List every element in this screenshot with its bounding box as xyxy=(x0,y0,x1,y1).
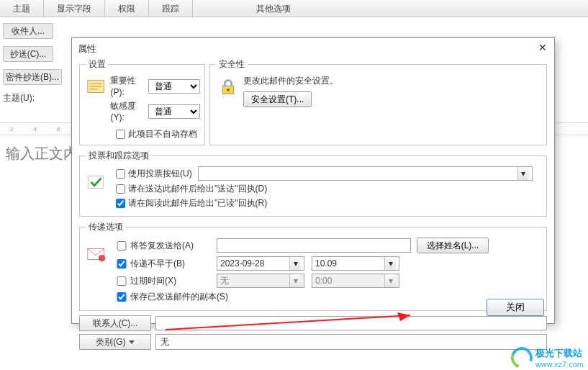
properties-dialog: 属性 ✕ 设置 重要性(P): 普通 xyxy=(71,37,555,324)
delivery-receipt-label: 请在送达此邮件后给出"送达"回执(D) xyxy=(128,183,267,195)
settings-legend: 设置 xyxy=(86,58,109,71)
expire-label: 过期时间(X) xyxy=(130,275,217,287)
auto-archive-checkbox[interactable] xyxy=(116,130,125,139)
delivery-fieldset: 传递选项 将答复发送给(A) 选择姓名(L)... 传递不早于(B) 2023-… xyxy=(79,221,547,311)
watermark-name: 极光下载站 xyxy=(535,347,584,360)
vote-legend: 投票和跟踪选项 xyxy=(86,150,152,162)
not-before-time[interactable]: 10.09▾ xyxy=(312,256,399,271)
use-vote-checkbox[interactable] xyxy=(116,169,125,179)
security-legend: 安全性 xyxy=(216,58,248,71)
settings-fieldset: 设置 重要性(P): 普通 敏感度(Y): xyxy=(79,58,205,145)
security-desc: 更改此邮件的安全设置。 xyxy=(243,75,338,87)
select-contacts-button[interactable]: 选择姓名(L)... xyxy=(417,238,489,253)
watermark: 极光下载站 www.xz7.com xyxy=(511,347,584,369)
use-vote-label: 使用投票按钮(U) xyxy=(128,168,192,180)
read-receipt-label: 请在阅读此邮件后给出"已读"回执(R) xyxy=(128,197,267,209)
ribbon-tab-tracking[interactable]: 跟踪 xyxy=(149,0,193,17)
ribbon-tab-fields[interactable]: 显示字段 xyxy=(44,0,105,17)
svg-point-8 xyxy=(99,255,105,261)
settings-icon xyxy=(86,75,107,99)
not-before-date[interactable]: 2023-09-28▾ xyxy=(217,256,304,271)
category-value: 无 xyxy=(155,334,547,350)
close-button[interactable]: 关闭 xyxy=(487,299,544,316)
chevron-down-icon: ▾ xyxy=(517,167,529,180)
ribbon-tab-subject[interactable]: 主题 xyxy=(0,0,44,17)
dialog-title: 属性 xyxy=(78,42,96,55)
envelope-icon xyxy=(86,243,107,267)
sensitivity-select[interactable]: 普通 xyxy=(148,104,200,119)
reply-to-checkbox[interactable] xyxy=(116,241,127,251)
watermark-logo-icon xyxy=(507,343,536,370)
chevron-down-icon: ▾ xyxy=(289,274,301,287)
expire-date[interactable]: 无▾ xyxy=(217,274,304,288)
chevron-down-icon: ▾ xyxy=(384,274,396,287)
auto-archive-label: 此项目不自动存档 xyxy=(128,128,197,140)
to-button[interactable]: 收件人... xyxy=(3,23,53,39)
category-button[interactable]: 类别(G) xyxy=(79,334,151,350)
vote-combo[interactable]: ▾ xyxy=(198,166,533,181)
cc-button[interactable]: 抄送(C)... xyxy=(3,46,53,62)
body-placeholder[interactable]: 输入正文内 xyxy=(6,144,78,163)
vote-fieldset: 投票和跟踪选项 使用投票按钮(U) ▾ 请在送达此邮件后给出"送达"回执(D) … xyxy=(79,150,547,217)
not-before-checkbox[interactable] xyxy=(116,259,127,269)
save-copy-checkbox[interactable] xyxy=(116,292,127,302)
watermark-url: www.xz7.com xyxy=(535,360,584,369)
security-fieldset: 安全性 更改此邮件的安全设置。 安全设置(T)... xyxy=(209,58,547,145)
not-before-label: 传递不早于(B) xyxy=(130,258,217,270)
dialog-titlebar: 属性 ✕ xyxy=(72,38,554,58)
delivery-receipt-checkbox[interactable] xyxy=(116,184,125,194)
close-icon[interactable]: ✕ xyxy=(537,42,548,54)
importance-select[interactable]: 普通 xyxy=(148,79,200,94)
read-receipt-checkbox[interactable] xyxy=(116,199,125,208)
reply-to-input[interactable] xyxy=(217,238,411,253)
bcc-button[interactable]: 密件抄送(B)... xyxy=(3,69,62,85)
svg-rect-6 xyxy=(89,176,104,189)
expire-checkbox[interactable] xyxy=(116,276,127,286)
delivery-legend: 传递选项 xyxy=(86,221,126,233)
expire-time[interactable]: 0:00▾ xyxy=(312,274,399,288)
chevron-down-icon: ▾ xyxy=(289,257,301,270)
chevron-down-icon: ▾ xyxy=(384,257,396,270)
vote-icon xyxy=(86,172,107,196)
contacts-button[interactable]: 联系人(C)... xyxy=(79,315,151,331)
subject-label: 主题(U): xyxy=(3,92,69,104)
importance-label: 重要性(P): xyxy=(110,75,145,97)
security-settings-button[interactable]: 安全设置(T)... xyxy=(243,91,312,107)
ribbon: 主题 显示字段 权限 跟踪 其他选项 xyxy=(0,0,588,17)
lock-icon xyxy=(216,75,240,99)
save-copy-label: 保存已发送邮件的副本(S) xyxy=(130,291,228,303)
ribbon-tab-other[interactable]: 其他选项 xyxy=(243,0,304,17)
ribbon-tab-permission[interactable]: 权限 xyxy=(105,0,149,17)
compose-header: 收件人... 抄送(C)... 密件抄送(B)... 主题(U): xyxy=(0,20,72,107)
chevron-down-icon xyxy=(129,340,135,344)
contacts-input[interactable] xyxy=(155,316,547,330)
reply-to-label: 将答复发送给(A) xyxy=(130,240,217,252)
svg-point-5 xyxy=(227,89,230,91)
sensitivity-label: 敏感度(Y): xyxy=(110,100,145,122)
